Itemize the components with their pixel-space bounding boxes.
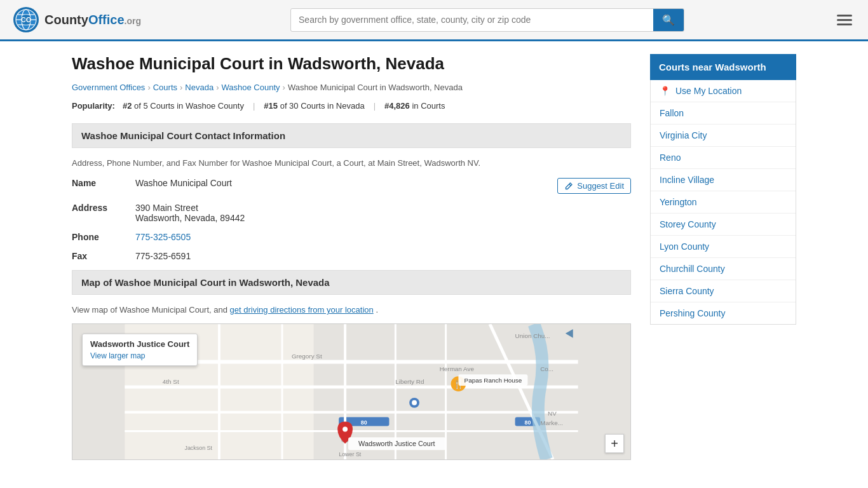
pop-num-0: #2 [123, 101, 132, 111]
breadcrumb-sep-0: › [147, 83, 150, 92]
breadcrumb-link-0[interactable]: Government Offices [72, 83, 145, 92]
use-location-link[interactable]: Use My Location [675, 86, 742, 96]
svg-text:Lower St: Lower St [339, 451, 362, 458]
map-zoom-button[interactable]: + [605, 434, 624, 453]
map-desc-start: View map of Washoe Municipal Court, and [72, 305, 230, 315]
header: CO CountyOffice.org 🔍 [0, 0, 868, 41]
label-name: Name [72, 178, 135, 188]
pop-num-1: #15 [264, 101, 278, 111]
label-phone: Phone [72, 232, 135, 242]
breadcrumb-sep-2: › [216, 83, 219, 92]
search-area: 🔍 [290, 8, 684, 32]
pop-sep-2: | [374, 101, 376, 111]
sidebar-item-reno[interactable]: Reno [651, 147, 796, 169]
pop-num-2: #4,826 [384, 101, 410, 111]
edit-icon [564, 182, 573, 191]
map-popup-title: Wadsworth Justice Court [90, 339, 189, 349]
svg-text:Union Chu...: Union Chu... [515, 332, 550, 339]
breadcrumb-link-3[interactable]: Washoe County [222, 83, 280, 92]
svg-text:Liberty Rd: Liberty Rd [395, 378, 424, 385]
page-title: Washoe Municipal Court in Wadsworth, Nev… [72, 54, 631, 74]
virginia-city-link[interactable]: Virginia City [660, 130, 707, 140]
reno-link[interactable]: Reno [660, 152, 681, 163]
search-input[interactable] [291, 10, 653, 30]
info-row-fax: Fax 775-325-6591 [72, 251, 631, 261]
pop-item-0: #2 of 5 Courts in Washoe County [123, 101, 244, 111]
map-section-header: Map of Washoe Municipal Court in Wadswor… [72, 270, 631, 295]
sidebar-item-lyon-county[interactable]: Lyon County [651, 236, 796, 258]
svg-text:NV: NV [548, 410, 557, 417]
location-pin-icon: 📍 [660, 86, 670, 96]
logo-area: CO CountyOffice.org [13, 6, 141, 33]
sidebar-item-sierra-county[interactable]: Sierra County [651, 280, 796, 302]
label-address: Address [72, 203, 135, 213]
contact-section-header: Washoe Municipal Court Contact Informati… [72, 123, 631, 148]
search-box: 🔍 [290, 8, 684, 32]
svg-point-38 [412, 400, 417, 405]
sidebar: Courts near Wadsworth 📍 Use My Location … [650, 54, 796, 460]
sidebar-item-virginia-city[interactable]: Virginia City [651, 125, 796, 147]
popularity-label: Popularity: [72, 101, 115, 111]
svg-text:Herman Ave: Herman Ave [440, 365, 475, 372]
main-container: Washoe Municipal Court in Wadsworth, Nev… [59, 41, 809, 473]
svg-text:Jackson St: Jackson St [184, 445, 212, 451]
churchill-county-link[interactable]: Churchill County [660, 264, 725, 274]
breadcrumb-link-2[interactable]: Nevada [185, 83, 214, 92]
menu-icon-line3 [837, 24, 852, 25]
fallon-link[interactable]: Fallon [660, 108, 684, 118]
contact-section: Washoe Municipal Court Contact Informati… [72, 123, 631, 261]
svg-point-40 [342, 426, 348, 431]
info-row-name: Name Washoe Municipal Court Suggest Edit [72, 178, 631, 194]
incline-village-link[interactable]: Incline Village [660, 175, 714, 185]
sidebar-item-churchill-county[interactable]: Churchill County [651, 258, 796, 280]
svg-text:Gregory St: Gregory St [292, 353, 322, 360]
svg-text:Marke...: Marke... [540, 419, 563, 426]
popularity-bar: Popularity: #2 of 5 Courts in Washoe Cou… [72, 101, 631, 111]
search-button[interactable]: 🔍 [653, 9, 684, 31]
lyon-county-link[interactable]: Lyon County [660, 241, 709, 252]
sidebar-list: 📍 Use My Location Fallon Virginia City R… [650, 80, 796, 325]
sidebar-item-incline-village[interactable]: Incline Village [651, 169, 796, 191]
contact-description: Address, Phone Number, and Fax Number fo… [72, 158, 631, 168]
sidebar-item-storey-county[interactable]: Storey County [651, 214, 796, 236]
value-phone: 775-325-6505 [135, 232, 631, 242]
svg-text:Wadsworth Justice Court: Wadsworth Justice Court [358, 440, 435, 447]
menu-button[interactable] [834, 11, 855, 29]
map-section: Map of Washoe Municipal Court in Wadswor… [72, 270, 631, 460]
info-row-address: Address 390 Main StreetWadsworth, Nevada… [72, 203, 631, 223]
pop-suffix-0: of 5 Courts in Washoe County [134, 101, 244, 111]
value-fax: 775-325-6591 [135, 251, 631, 261]
sidebar-use-location[interactable]: 📍 Use My Location [651, 80, 796, 102]
content-area: Washoe Municipal Court in Wadsworth, Nev… [72, 54, 631, 460]
logo-icon: CO [13, 6, 39, 33]
menu-icon-line1 [837, 15, 852, 17]
label-fax: Fax [72, 251, 135, 261]
suggest-edit-button[interactable]: Suggest Edit [557, 178, 631, 194]
svg-text:4th St: 4th St [163, 378, 179, 385]
svg-text:CO: CO [21, 16, 32, 24]
sidebar-item-pershing-county[interactable]: Pershing County [651, 302, 796, 324]
phone-link[interactable]: 775-325-6505 [135, 232, 191, 242]
menu-icon-line2 [837, 19, 852, 21]
yerington-link[interactable]: Yerington [660, 197, 697, 207]
value-address: 390 Main StreetWadsworth, Nevada, 89442 [135, 203, 631, 223]
breadcrumb-sep-3: › [283, 83, 285, 92]
svg-text:80: 80 [524, 419, 531, 426]
pop-suffix-1: of 30 Courts in Nevada [280, 101, 365, 111]
breadcrumb-link-1[interactable]: Courts [153, 83, 177, 92]
logo-text: CountyOffice.org [44, 13, 141, 27]
map-popup: Wadsworth Justice Court View larger map [82, 334, 198, 366]
suggest-edit-label: Suggest Edit [577, 181, 624, 191]
map-directions-link[interactable]: get driving directions from your locatio… [230, 305, 374, 315]
sidebar-item-yerington[interactable]: Yerington [651, 191, 796, 214]
pershing-county-link[interactable]: Pershing County [660, 308, 726, 318]
svg-text:Co...: Co... [540, 365, 553, 372]
map-container[interactable]: 80 80 Gregory St 4th St Libe [72, 323, 631, 460]
breadcrumb: Government Offices › Courts › Nevada › W… [72, 83, 631, 92]
sierra-county-link[interactable]: Sierra County [660, 286, 714, 296]
sidebar-item-fallon[interactable]: Fallon [651, 102, 796, 125]
storey-county-link[interactable]: Storey County [660, 219, 716, 229]
view-larger-map-link[interactable]: View larger map [90, 351, 145, 360]
info-row-phone: Phone 775-325-6505 [72, 232, 631, 242]
pop-sep-1: | [253, 101, 255, 111]
